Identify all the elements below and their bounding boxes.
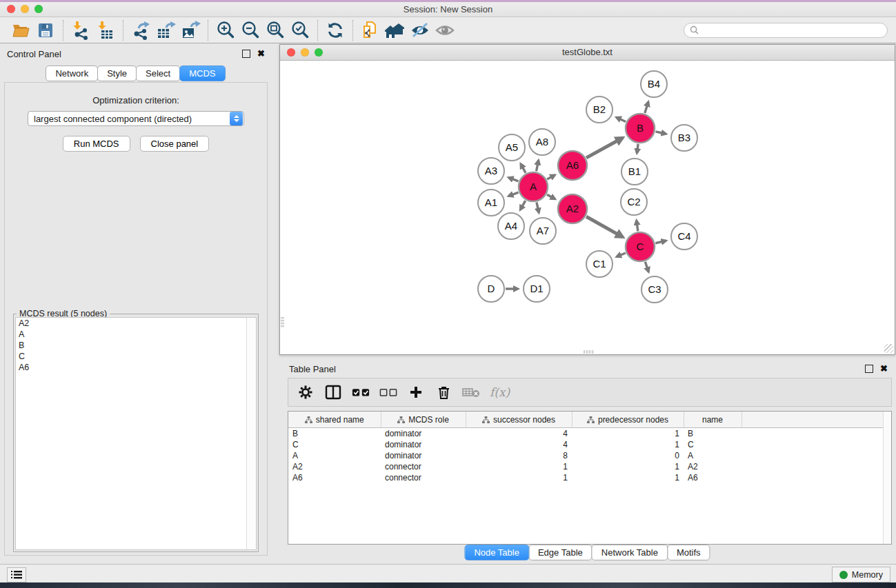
export-image-icon[interactable] (178, 19, 203, 41)
table-row-A[interactable]: Adominator80A (288, 450, 891, 461)
cell[interactable]: connector (381, 472, 466, 483)
column-header-predecessor-nodes[interactable]: predecessor nodes (572, 412, 684, 428)
cell[interactable]: 8 (466, 450, 572, 461)
table-row-A2[interactable]: A2connector11A2 (288, 461, 891, 472)
show-column-panel-icon[interactable] (324, 383, 342, 401)
zoom-out-icon[interactable] (238, 19, 263, 41)
network-window-titlebar[interactable]: testGlobe.txt (280, 45, 895, 61)
table-scrollbar[interactable] (883, 412, 891, 544)
cell[interactable]: 1 (466, 472, 572, 483)
network-close-button[interactable] (287, 48, 295, 57)
graph-edge-A-A2[interactable] (547, 194, 555, 199)
hide-selected-icon[interactable] (408, 19, 432, 41)
tab-motifs[interactable]: Motifs (667, 545, 710, 560)
open-session-icon[interactable] (8, 19, 33, 41)
result-item-B[interactable]: B (16, 340, 256, 351)
column-header-shared-name[interactable]: shared name (288, 412, 381, 428)
cell[interactable]: dominator (381, 450, 466, 461)
vertical-scroll-handle[interactable] (281, 317, 284, 328)
cell[interactable]: 0 (572, 450, 684, 461)
network-minimize-button[interactable] (301, 48, 309, 57)
optimization-criterion-dropdown[interactable]: largest connected component (directed) (28, 111, 244, 126)
unselect-all-columns-icon[interactable] (379, 383, 397, 401)
graph-edge-A-A7[interactable] (537, 202, 539, 212)
graph-edge-A-A4[interactable] (520, 201, 526, 210)
cell[interactable]: 4 (466, 439, 572, 450)
cell[interactable]: A2 (684, 461, 741, 472)
cell[interactable]: 1 (572, 472, 684, 483)
delete-columns-trash-icon[interactable] (435, 383, 452, 401)
graph-edge-A-A6[interactable] (547, 175, 555, 179)
close-table-panel-icon[interactable]: ✖ (880, 365, 888, 372)
function-builder-icon[interactable]: f(x) (490, 385, 510, 399)
graph-edge-B-B2[interactable] (617, 117, 626, 121)
graph-edge-B-B1[interactable] (637, 144, 638, 153)
search-input[interactable] (702, 25, 882, 36)
show-all-eye-icon[interactable] (432, 19, 457, 41)
cell[interactable]: A6 (684, 472, 741, 483)
result-item-C[interactable]: C (16, 351, 256, 362)
export-table-icon[interactable] (153, 19, 178, 41)
search-field[interactable] (684, 23, 888, 38)
graph-edge-A-A1[interactable] (508, 192, 518, 196)
cell[interactable]: 4 (466, 428, 572, 440)
column-header-MCDS-role[interactable]: MCDS role (381, 412, 466, 428)
cell[interactable]: A (288, 450, 381, 461)
create-new-column-icon[interactable] (407, 383, 425, 401)
float-panel-icon[interactable] (242, 50, 250, 58)
tab-select[interactable]: Select (136, 65, 180, 81)
close-panel-icon[interactable]: ✖ (257, 50, 265, 57)
graph-edge-A2-C[interactable] (586, 216, 623, 237)
column-header-successor-nodes[interactable]: successor nodes (466, 412, 572, 428)
graph-edge-C-C1[interactable] (617, 253, 626, 256)
graph-edge-C-C3[interactable] (645, 262, 648, 272)
zoom-window-button[interactable] (34, 5, 43, 13)
graph-edge-C-C4[interactable] (655, 241, 666, 243)
table-row-C[interactable]: Cdominator41C (288, 439, 891, 450)
minimize-window-button[interactable] (21, 5, 29, 13)
result-item-A[interactable]: A (16, 329, 256, 340)
network-graph[interactable]: AA1A2A3A4A5A6A7A8BB1B2B3B4CC1C2C3C4DD1 (280, 61, 895, 354)
cell[interactable]: connector (381, 461, 466, 472)
cell[interactable]: 1 (572, 428, 684, 440)
tab-network[interactable]: Network (46, 65, 98, 81)
close-panel-button[interactable]: Close panel (140, 136, 210, 152)
tab-style[interactable]: Style (97, 65, 137, 81)
refresh-icon[interactable] (323, 19, 348, 41)
cell[interactable]: dominator (381, 439, 466, 450)
tab-edge-table[interactable]: Edge Table (528, 545, 593, 560)
import-table-icon[interactable] (93, 19, 118, 41)
first-neighbors-icon[interactable] (383, 19, 408, 41)
task-history-button[interactable] (7, 567, 26, 582)
new-network-from-selection-icon[interactable] (358, 19, 383, 41)
zoom-selected-icon[interactable] (288, 19, 312, 41)
cell[interactable]: B (684, 428, 741, 440)
cell[interactable]: A6 (288, 472, 381, 483)
graph-edge-A-A8[interactable] (537, 160, 539, 171)
tab-node-table[interactable]: Node Table (464, 545, 529, 560)
table-settings-gear-icon[interactable] (297, 383, 315, 401)
select-all-columns-icon[interactable] (352, 383, 370, 401)
cell[interactable]: 1 (466, 461, 572, 472)
column-header-name[interactable]: name (684, 412, 741, 428)
cell[interactable]: 1 (572, 461, 684, 472)
cell[interactable]: A (684, 450, 741, 461)
cell[interactable]: B (288, 428, 381, 440)
result-list-scrollbar[interactable] (246, 318, 256, 549)
tab-network-table[interactable]: Network Table (592, 545, 668, 560)
close-window-button[interactable] (7, 5, 15, 13)
window-resize-grip[interactable] (884, 344, 893, 353)
memory-button[interactable]: Memory (832, 567, 890, 582)
cell[interactable]: A2 (288, 461, 381, 472)
zoom-in-icon[interactable] (213, 19, 238, 41)
result-item-A2[interactable]: A2 (16, 318, 256, 329)
graph-edge-B-B4[interactable] (645, 102, 648, 113)
graph-edge-C-C2[interactable] (637, 221, 638, 231)
import-network-icon[interactable] (68, 19, 93, 41)
horizontal-scroll-handle[interactable] (584, 350, 595, 354)
save-session-icon[interactable] (33, 19, 58, 41)
export-network-icon[interactable] (128, 19, 153, 41)
result-item-A6[interactable]: A6 (16, 362, 256, 373)
float-table-panel-icon[interactable] (865, 365, 873, 373)
graph-edge-A-A5[interactable] (521, 164, 526, 173)
